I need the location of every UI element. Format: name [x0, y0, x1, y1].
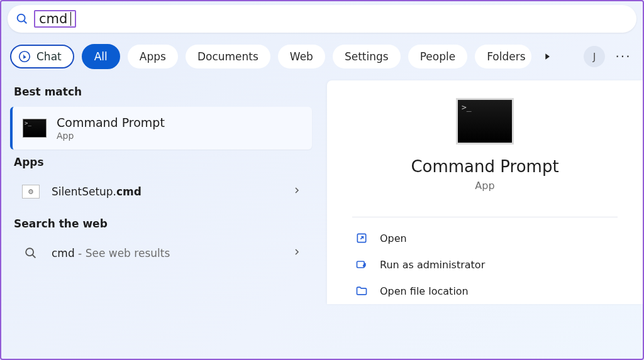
search-input[interactable] [39, 11, 70, 26]
tab-people[interactable]: People [408, 45, 467, 68]
best-match-result[interactable]: Command Prompt App [10, 107, 312, 150]
detail-title: Command Prompt [411, 157, 558, 176]
bing-chat-icon [18, 50, 31, 63]
svg-line-4 [33, 255, 36, 258]
search-icon [14, 11, 30, 27]
tab-web[interactable]: Web [278, 45, 325, 68]
tab-documents[interactable]: Documents [186, 45, 270, 68]
app-result-silentsetup[interactable]: ⚙ SilentSetup.cmd [10, 177, 312, 206]
web-result-cmd[interactable]: cmd - See web results [10, 239, 312, 268]
chevron-right-icon [292, 185, 302, 198]
triangle-right-icon [542, 52, 552, 62]
result-subtitle: App [57, 131, 165, 141]
results-list: Best match Command Prompt App Apps ⚙ Sil… [10, 80, 312, 304]
section-heading-apps: Apps [14, 156, 312, 168]
open-icon [355, 231, 369, 245]
user-initial: J [593, 51, 596, 63]
tab-label: Folders [487, 50, 525, 63]
tab-label: People [420, 50, 455, 63]
search-query-highlight [34, 10, 76, 28]
tab-label: Web [290, 50, 313, 63]
divider [352, 217, 618, 217]
search-icon [20, 246, 42, 260]
folder-icon [355, 284, 369, 298]
tab-folders[interactable]: Folders [475, 45, 531, 68]
tab-label: Apps [140, 50, 166, 63]
action-open-file-location[interactable]: Open file location [352, 278, 618, 304]
action-label: Open [380, 232, 407, 244]
search-bar[interactable] [8, 5, 636, 33]
svg-line-1 [24, 21, 26, 23]
tab-label: Settings [345, 50, 389, 63]
svg-point-0 [18, 14, 25, 22]
section-heading-best-match: Best match [14, 85, 312, 98]
action-run-as-admin[interactable]: Run as administrator [352, 251, 618, 278]
tab-settings[interactable]: Settings [333, 45, 401, 68]
command-prompt-icon [23, 119, 47, 138]
command-prompt-icon [456, 98, 514, 145]
action-label: Run as administrator [380, 259, 485, 271]
tabs-scroll-right[interactable] [539, 48, 555, 65]
detail-panel: Command Prompt App Open Run as administr… [327, 80, 643, 304]
filter-tabs: Chat All Apps Documents Web Settings Peo… [1, 33, 643, 80]
result-title: cmd - See web results [52, 247, 282, 259]
tab-all[interactable]: All [82, 44, 120, 69]
detail-subtitle: App [475, 180, 494, 192]
result-title: SilentSetup.cmd [52, 185, 282, 198]
user-avatar[interactable]: J [584, 46, 605, 67]
cmd-file-icon: ⚙ [20, 185, 42, 199]
svg-rect-6 [357, 261, 365, 268]
admin-shield-icon [355, 258, 369, 271]
result-title: Command Prompt [57, 116, 165, 129]
chevron-right-icon [292, 247, 302, 259]
action-label: Open file location [380, 285, 469, 297]
action-open[interactable]: Open [352, 225, 618, 251]
tab-label: Chat [36, 50, 62, 63]
svg-point-3 [26, 248, 33, 256]
ellipsis-icon: ··· [615, 49, 631, 64]
text-caret [70, 12, 71, 26]
detail-header: Command Prompt App [352, 98, 618, 192]
tab-chat[interactable]: Chat [10, 45, 74, 68]
tab-label: All [94, 50, 108, 63]
section-heading-web: Search the web [14, 217, 312, 230]
tab-label: Documents [197, 50, 258, 63]
more-options-button[interactable]: ··· [613, 46, 634, 67]
results-area: Best match Command Prompt App Apps ⚙ Sil… [1, 80, 643, 304]
tab-apps[interactable]: Apps [128, 45, 178, 68]
